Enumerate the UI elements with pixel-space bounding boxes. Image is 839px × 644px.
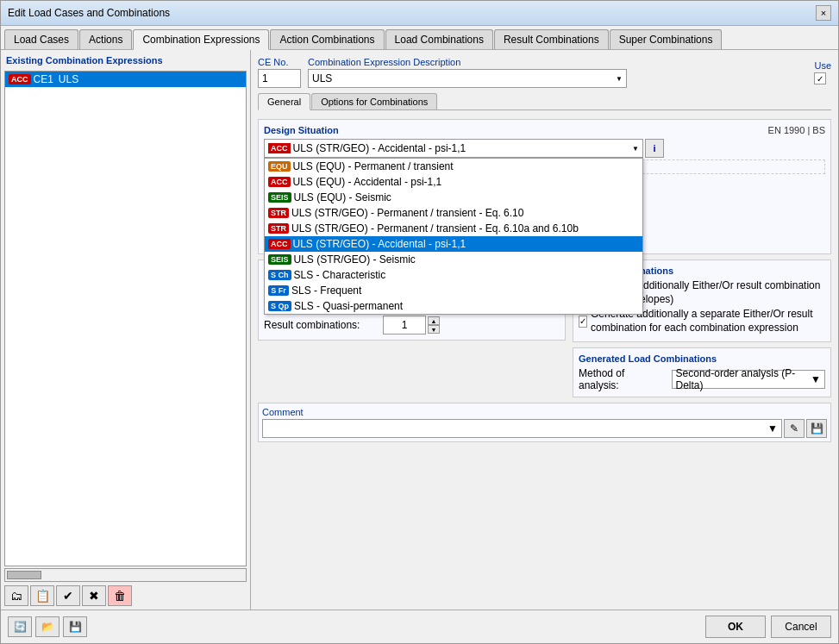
tab-load-cases[interactable]: Load Cases (4, 29, 78, 49)
use-label: Use (814, 60, 831, 71)
combo-desc-label: Combination Expression Description (308, 57, 807, 67)
equ-badge: EQU (268, 161, 291, 172)
seis-badge: SEIS (268, 192, 291, 203)
horizontal-scrollbar[interactable] (4, 568, 247, 582)
title-bar: Edit Load Cases and Combinations × (1, 1, 838, 26)
ok-button[interactable]: OK (705, 616, 766, 638)
confirm-button[interactable]: ✔ (56, 585, 80, 606)
result-combo-spinner-btns: ▲ ▼ (428, 316, 440, 334)
seis-badge-2: SEIS (268, 254, 291, 265)
main-tabs: Load Cases Actions Combination Expressio… (1, 26, 838, 50)
result-combo-up[interactable]: ▲ (428, 316, 440, 325)
dd-item-seis-equ[interactable]: SEIS ULS (EQU) - Seismic (265, 190, 642, 205)
close-button[interactable]: × (816, 5, 831, 21)
info-button[interactable]: i (645, 139, 664, 158)
result-combo-spinner: ▲ ▼ (383, 316, 440, 335)
ce-label: CE1 (34, 73, 53, 85)
design-situation-section: Design Situation EN 1990 | BS ACC ULS (S… (258, 119, 831, 254)
main-content: Existing Combination Expressions ACC CE1… (1, 50, 838, 610)
new-button[interactable]: 🗂 (4, 585, 28, 606)
bottom-btn-3[interactable]: 💾 (63, 616, 87, 637)
dd-item-acc-equ[interactable]: ACC ULS (EQU) - Accidental - psi-1,1 (265, 174, 642, 190)
design-situation-header: Design Situation EN 1990 | BS (264, 125, 825, 135)
bottom-btn-2[interactable]: 📂 (35, 616, 59, 637)
dd-item-acc-str[interactable]: ACC ULS (STR/GEO) - Accidental - psi-1,1 (265, 236, 642, 252)
acc-badge-2: ACC (268, 177, 291, 187)
dd-item-sls-char[interactable]: S Ch SLS - Characteristic (265, 267, 642, 283)
combination-list[interactable]: ACC CE1 ULS (4, 71, 247, 566)
tab-result-combinations[interactable]: Result Combinations (494, 29, 609, 49)
dd-item-sls-freq[interactable]: S Fr SLS - Frequent (265, 283, 642, 298)
result-combo-label: Result combinations: (264, 319, 376, 331)
window-title: Edit Load Cases and Combinations (8, 7, 170, 19)
dd-text: ULS (STR/GEO) - Seismic (294, 253, 416, 266)
method-row: Method of analysis: Second-order analysi… (579, 367, 825, 391)
comment-dropdown[interactable]: ▼ (262, 419, 782, 438)
delete-button[interactable]: 🗑 (108, 585, 132, 606)
design-situation-list: EQU ULS (EQU) - Permanent / transient AC… (264, 158, 643, 315)
str-badge: STR (268, 208, 289, 218)
cancel-button[interactable]: Cancel (771, 616, 831, 638)
comment-edit-button[interactable]: ✎ (784, 419, 805, 438)
result-combo-input[interactable] (383, 316, 426, 335)
ce-no-group: CE No. (258, 57, 301, 88)
comment-arrow: ▼ (767, 422, 778, 435)
dd-text: SLS - Quasi-permanent (294, 300, 403, 312)
use-checkbox[interactable] (814, 72, 826, 84)
combo-desc-value: ULS (312, 72, 332, 84)
method-value: Second-order analysis (P-Delta) (676, 367, 811, 391)
selected-badge: ACC (268, 143, 291, 153)
cancel-edit-button[interactable]: ✖ (82, 585, 106, 606)
comment-row: ▼ ✎ 💾 (262, 419, 827, 438)
use-checkbox-row (814, 72, 831, 84)
comment-save-button[interactable]: 💾 (806, 419, 827, 438)
result-opt2-checkbox[interactable] (579, 316, 587, 328)
design-situation-dropdown[interactable]: ACC ULS (STR/GEO) - Accidental - psi-1,1… (264, 139, 643, 158)
dd-item-str-perm2[interactable]: STR ULS (STR/GEO) - Permanent / transien… (265, 221, 642, 236)
bottom-btn-1[interactable]: 🔄 (8, 616, 32, 637)
dd-text: ULS (STR/GEO) - Accidental - psi-1,1 (293, 238, 466, 250)
dd-text: SLS - Frequent (291, 284, 361, 297)
tab-action-combinations[interactable]: Action Combinations (270, 29, 384, 49)
list-item[interactable]: ACC CE1 ULS (5, 72, 246, 87)
result-combo-down[interactable]: ▼ (428, 325, 440, 334)
list-toolbar: 🗂 📋 ✔ ✖ 🗑 (4, 585, 247, 606)
scrollbar-thumb (7, 571, 41, 579)
sqp-badge: S Qp (268, 301, 291, 311)
combo-desc-arrow: ▼ (616, 75, 623, 83)
tab-load-combinations[interactable]: Load Combinations (385, 29, 493, 49)
action-buttons: OK Cancel (705, 616, 831, 638)
dd-item-str-perm1[interactable]: STR ULS (STR/GEO) - Permanent / transien… (265, 205, 642, 221)
design-standard: EN 1990 | BS (768, 125, 825, 135)
acc-badge-3: ACC (268, 239, 291, 249)
dd-item-sls-quasi[interactable]: S Qp SLS - Quasi-permanent (265, 298, 642, 314)
generated-lc-title: Generated Load Combinations (579, 353, 825, 364)
inner-tab-options[interactable]: Options for Combinations (311, 93, 437, 109)
method-arrow: ▼ (811, 373, 821, 385)
dd-item-seis-str[interactable]: SEIS ULS (STR/GEO) - Seismic (265, 252, 642, 267)
design-situation-container: ACC ULS (STR/GEO) - Accidental - psi-1,1… (264, 139, 825, 158)
acc-badge: ACC (9, 74, 31, 84)
method-dropdown[interactable]: Second-order analysis (P-Delta) ▼ (672, 370, 825, 389)
dropdown-arrow: ▼ (632, 145, 639, 153)
comment-label: Comment (262, 407, 827, 417)
design-situation-title: Design Situation (264, 125, 339, 135)
method-label: Method of analysis: (579, 367, 665, 391)
tab-actions[interactable]: Actions (79, 29, 132, 49)
combo-desc-dropdown[interactable]: ULS ▼ (308, 69, 627, 88)
comment-section: Comment ▼ ✎ 💾 (258, 403, 831, 442)
inner-tabs: General Options for Combinations (258, 93, 831, 110)
tab-combination-expressions[interactable]: Combination Expressions (133, 29, 269, 50)
bottom-left-buttons: 🔄 📂 💾 (8, 616, 87, 637)
generated-lc-section: Generated Load Combinations Method of an… (573, 347, 831, 397)
dd-text: ULS (STR/GEO) - Permanent / transient - … (291, 207, 523, 219)
dd-item-equ-perm[interactable]: EQU ULS (EQU) - Permanent / transient (265, 159, 642, 174)
ce-no-input[interactable] (258, 69, 301, 88)
str-badge-2: STR (268, 223, 289, 234)
tab-super-combinations[interactable]: Super Combinations (610, 29, 723, 49)
copy-button[interactable]: 📋 (30, 585, 54, 606)
combo-desc-group: Combination Expression Description ULS ▼ (308, 57, 807, 88)
inner-tab-general[interactable]: General (258, 93, 310, 110)
dd-text: SLS - Characteristic (294, 269, 386, 281)
use-group: Use (814, 60, 831, 84)
